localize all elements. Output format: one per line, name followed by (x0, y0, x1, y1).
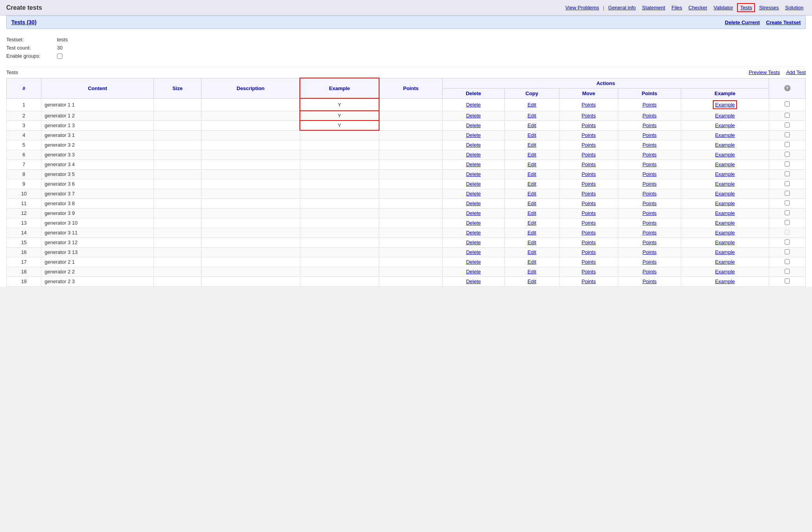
delete-link[interactable]: Delete (466, 278, 481, 284)
example-link[interactable]: Example (715, 132, 735, 138)
points-link[interactable]: Points (643, 152, 657, 158)
points-link[interactable]: Points (643, 259, 657, 265)
testset-link[interactable]: Tests (30) (11, 19, 36, 25)
delete-link[interactable]: Delete (466, 113, 481, 119)
delete-link[interactable]: Delete (466, 200, 481, 206)
move-link[interactable]: Points (582, 239, 596, 245)
move-link[interactable]: Points (582, 132, 596, 138)
edit-link[interactable]: Edit (527, 191, 536, 197)
delete-link[interactable]: Delete (466, 239, 481, 245)
edit-link[interactable]: Edit (527, 278, 536, 284)
delete-link[interactable]: Delete (466, 191, 481, 197)
help-icon[interactable]: ? (784, 85, 791, 91)
row-checkbox[interactable] (785, 152, 790, 157)
points-link[interactable]: Points (643, 122, 657, 128)
row-checkbox[interactable] (785, 249, 790, 254)
delete-link[interactable]: Delete (466, 181, 481, 187)
move-link[interactable]: Points (582, 191, 596, 197)
row-checkbox[interactable] (785, 122, 790, 128)
edit-link[interactable]: Edit (527, 102, 536, 108)
move-link[interactable]: Points (582, 230, 596, 236)
move-link[interactable]: Points (582, 161, 596, 167)
points-link[interactable]: Points (643, 191, 657, 197)
row-checkbox[interactable] (785, 259, 790, 264)
example-link[interactable]: Example (715, 239, 735, 245)
delete-link[interactable]: Delete (466, 230, 481, 236)
points-link[interactable]: Points (643, 113, 657, 119)
nav-statement[interactable]: Statement (640, 4, 668, 11)
row-checkbox[interactable] (785, 161, 790, 167)
delete-link[interactable]: Delete (466, 259, 481, 265)
create-testset-link[interactable]: Create Testset (766, 20, 801, 25)
move-link[interactable]: Points (582, 278, 596, 284)
nav-stresses[interactable]: Stresses (757, 4, 781, 11)
edit-link[interactable]: Edit (527, 269, 536, 275)
nav-files[interactable]: Files (669, 4, 684, 11)
move-link[interactable]: Points (582, 181, 596, 187)
edit-link[interactable]: Edit (527, 249, 536, 255)
move-link[interactable]: Points (582, 200, 596, 206)
delete-link[interactable]: Delete (466, 171, 481, 177)
move-link[interactable]: Points (582, 142, 596, 148)
edit-link[interactable]: Edit (527, 230, 536, 236)
edit-link[interactable]: Edit (527, 142, 536, 148)
move-link[interactable]: Points (582, 152, 596, 158)
points-link[interactable]: Points (643, 142, 657, 148)
edit-link[interactable]: Edit (527, 220, 536, 226)
row-checkbox[interactable] (785, 269, 790, 274)
points-link[interactable]: Points (643, 239, 657, 245)
example-link[interactable]: Example (715, 122, 735, 128)
edit-link[interactable]: Edit (527, 161, 536, 167)
edit-link[interactable]: Edit (527, 239, 536, 245)
edit-link[interactable]: Edit (527, 113, 536, 119)
edit-link[interactable]: Edit (527, 132, 536, 138)
delete-link[interactable]: Delete (466, 269, 481, 275)
example-link[interactable]: Example (715, 259, 735, 265)
example-link[interactable]: Example (715, 278, 735, 284)
row-checkbox[interactable] (785, 278, 790, 284)
delete-link[interactable]: Delete (466, 142, 481, 148)
row-checkbox[interactable] (785, 171, 790, 176)
points-link[interactable]: Points (643, 102, 657, 108)
points-link[interactable]: Points (643, 171, 657, 177)
move-link[interactable]: Points (582, 171, 596, 177)
row-checkbox[interactable] (785, 210, 790, 215)
example-link[interactable]: Example (715, 269, 735, 275)
enable-groups-checkbox[interactable] (57, 53, 62, 59)
preview-tests-link[interactable]: Preview Tests (749, 69, 780, 75)
row-checkbox[interactable] (785, 191, 790, 196)
example-link[interactable]: Example (715, 210, 735, 216)
nav-general-info[interactable]: General info (606, 4, 638, 11)
move-link[interactable]: Points (582, 102, 596, 108)
nav-validator[interactable]: Validator (711, 4, 735, 11)
points-link[interactable]: Points (643, 161, 657, 167)
add-test-link[interactable]: Add Test (786, 69, 806, 75)
nav-view-problems[interactable]: View Problems (563, 4, 601, 11)
example-link[interactable]: Example (715, 152, 735, 158)
delete-link[interactable]: Delete (466, 102, 481, 108)
row-checkbox[interactable] (785, 101, 790, 106)
example-link[interactable]: Example (715, 142, 735, 148)
nav-tests-active[interactable]: Tests (737, 3, 755, 12)
example-link[interactable]: Example (715, 191, 735, 197)
edit-link[interactable]: Edit (527, 152, 536, 158)
move-link[interactable]: Points (582, 220, 596, 226)
points-link[interactable]: Points (643, 210, 657, 216)
points-link[interactable]: Points (643, 230, 657, 236)
nav-checker[interactable]: Checker (686, 4, 709, 11)
row-checkbox[interactable] (785, 239, 790, 245)
edit-link[interactable]: Edit (527, 171, 536, 177)
points-link[interactable]: Points (643, 132, 657, 138)
example-link[interactable]: Example (715, 181, 735, 187)
row-checkbox[interactable] (785, 220, 790, 225)
move-link[interactable]: Points (582, 210, 596, 216)
delete-link[interactable]: Delete (466, 210, 481, 216)
row-checkbox[interactable] (785, 132, 790, 137)
delete-link[interactable]: Delete (466, 220, 481, 226)
row-checkbox[interactable] (785, 200, 790, 206)
example-link[interactable]: Example (715, 249, 735, 255)
move-link[interactable]: Points (582, 122, 596, 128)
points-link[interactable]: Points (643, 181, 657, 187)
move-link[interactable]: Points (582, 269, 596, 275)
nav-solution[interactable]: Solution (783, 4, 806, 11)
